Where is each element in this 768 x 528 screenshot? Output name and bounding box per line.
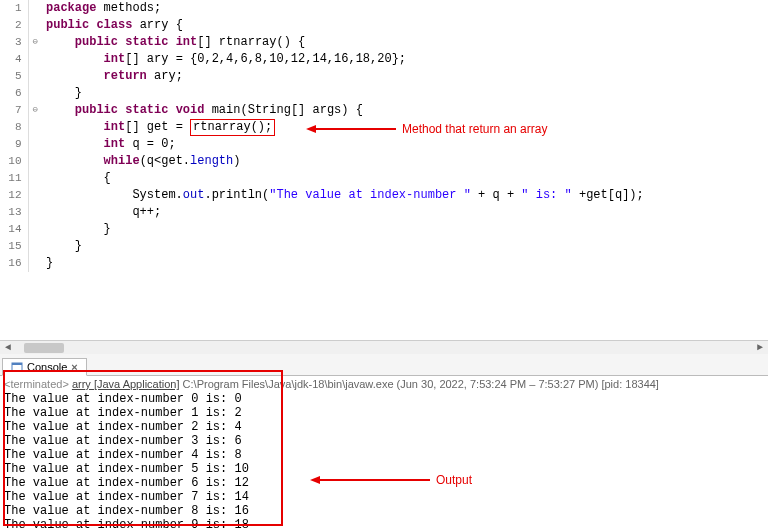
status-path: C:\Program Files\Java\jdk-18\bin\javaw.e… [183, 378, 394, 390]
console-tab-bar: Console × [0, 354, 768, 376]
line-number: 2 [0, 17, 28, 34]
code-text[interactable]: q++; [42, 204, 768, 221]
line-number: 4 [0, 51, 28, 68]
fold-toggle-icon [28, 187, 42, 204]
code-line[interactable]: 14 } [0, 221, 768, 238]
code-line[interactable]: 12 System.out.println("The value at inde… [0, 187, 768, 204]
fold-toggle-icon [28, 51, 42, 68]
line-number: 7 [0, 102, 28, 119]
code-text[interactable]: int q = 0; [42, 136, 768, 153]
code-text[interactable]: } [42, 85, 768, 102]
code-text[interactable]: return ary; [42, 68, 768, 85]
code-line[interactable]: 4 int[] ary = {0,2,4,6,8,10,12,14,16,18,… [0, 51, 768, 68]
code-text[interactable]: package methods; [42, 0, 768, 17]
line-number: 12 [0, 187, 28, 204]
line-number: 13 [0, 204, 28, 221]
fold-toggle-icon [28, 238, 42, 255]
fold-toggle-icon [28, 170, 42, 187]
line-number: 3 [0, 34, 28, 51]
fold-toggle-icon [28, 119, 42, 136]
fold-toggle-icon [28, 136, 42, 153]
code-line[interactable]: 13 q++; [0, 204, 768, 221]
code-text[interactable]: } [42, 221, 768, 238]
code-line[interactable]: 6 } [0, 85, 768, 102]
console-line: The value at index-number 9 is: 18 [4, 518, 764, 528]
code-line[interactable]: 2public class arry { [0, 17, 768, 34]
fold-toggle-icon [28, 68, 42, 85]
scroll-right-icon[interactable]: ► [754, 342, 766, 354]
code-text[interactable]: } [42, 238, 768, 255]
code-line[interactable]: 9 int q = 0; [0, 136, 768, 153]
code-line[interactable]: 16} [0, 255, 768, 272]
console-tab-label: Console [27, 361, 67, 373]
code-line[interactable]: 10 while(q<get.length) [0, 153, 768, 170]
fold-toggle-icon [28, 255, 42, 272]
code-table: 1package methods;2public class arry {3⊖ … [0, 0, 768, 272]
close-icon[interactable]: × [71, 361, 77, 373]
code-text[interactable]: } [42, 255, 768, 272]
console-tab[interactable]: Console × [2, 358, 87, 376]
status-app-name: arry [Java Application] [72, 378, 180, 390]
status-terminated: <terminated> [4, 378, 69, 390]
line-number: 9 [0, 136, 28, 153]
arrow-left-icon [310, 446, 430, 514]
line-number: 1 [0, 0, 28, 17]
line-number: 14 [0, 221, 28, 238]
line-number: 15 [0, 238, 28, 255]
code-text[interactable]: int[] ary = {0,2,4,6,8,10,12,14,16,18,20… [42, 51, 768, 68]
line-number: 10 [0, 153, 28, 170]
console-output[interactable]: Output The value at index-number 0 is: 0… [0, 392, 768, 528]
svg-marker-1 [306, 125, 316, 133]
console-icon [11, 361, 23, 373]
code-text[interactable]: while(q<get.length) [42, 153, 768, 170]
code-text[interactable]: public static int[] rtnarray() { [42, 34, 768, 51]
code-line[interactable]: 1package methods; [0, 0, 768, 17]
callout-output-label: Output [436, 473, 472, 487]
code-line[interactable]: 7⊖ public static void main(String[] args… [0, 102, 768, 119]
code-text[interactable]: public class arry { [42, 17, 768, 34]
arrow-left-icon [306, 123, 396, 135]
fold-toggle-icon [28, 221, 42, 238]
scroll-thumb[interactable] [24, 343, 64, 353]
code-line[interactable]: 11 { [0, 170, 768, 187]
editor-horizontal-scrollbar[interactable]: ◄ ► [0, 340, 768, 354]
svg-marker-5 [310, 476, 320, 484]
line-number: 5 [0, 68, 28, 85]
line-number: 8 [0, 119, 28, 136]
fold-toggle-icon[interactable]: ⊖ [28, 34, 42, 51]
callout-method-return: Method that return an array [296, 122, 547, 136]
fold-toggle-icon [28, 17, 42, 34]
code-editor[interactable]: 1package methods;2public class arry {3⊖ … [0, 0, 768, 340]
callout-output: Output [300, 446, 472, 514]
code-text[interactable]: public static void main(String[] args) { [42, 102, 768, 119]
line-number: 16 [0, 255, 28, 272]
code-line[interactable]: 3⊖ public static int[] rtnarray() { [0, 34, 768, 51]
console-line: The value at index-number 2 is: 4 [4, 420, 764, 434]
line-number: 11 [0, 170, 28, 187]
fold-toggle-icon[interactable]: ⊖ [28, 102, 42, 119]
callout-method-label: Method that return an array [402, 122, 547, 136]
code-line[interactable]: 5 return ary; [0, 68, 768, 85]
status-time: (Jun 30, 2022, 7:53:24 PM – 7:53:27 PM) … [397, 378, 659, 390]
fold-toggle-icon [28, 153, 42, 170]
console-line: The value at index-number 1 is: 2 [4, 406, 764, 420]
svg-rect-3 [12, 363, 22, 365]
console-line: The value at index-number 0 is: 0 [4, 392, 764, 406]
code-text[interactable]: System.out.println("The value at index-n… [42, 187, 768, 204]
code-line[interactable]: 15 } [0, 238, 768, 255]
line-number: 6 [0, 85, 28, 102]
scroll-left-icon[interactable]: ◄ [2, 342, 14, 354]
console-status-line: <terminated> arry [Java Application] C:\… [0, 376, 768, 392]
code-text[interactable]: { [42, 170, 768, 187]
fold-toggle-icon [28, 204, 42, 221]
fold-toggle-icon [28, 0, 42, 17]
fold-toggle-icon [28, 85, 42, 102]
